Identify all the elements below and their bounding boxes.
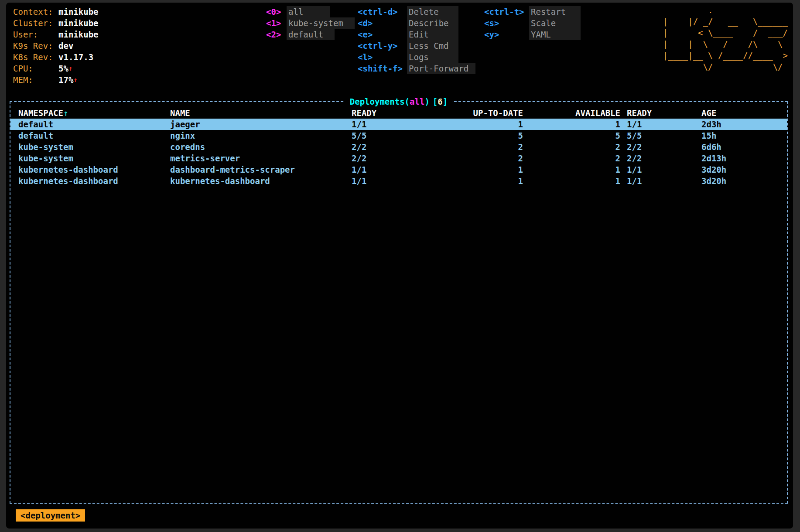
hotkey-edit[interactable]: <e>Edit: [358, 29, 475, 40]
cell-up-to-date: 2: [439, 153, 523, 164]
breadcrumb-deployment[interactable]: <deployment>: [16, 509, 85, 522]
hotkey-key: <e>: [358, 29, 407, 40]
hotkey-key: <ctrl-d>: [358, 6, 407, 17]
cell-ready-2: 2/2: [620, 153, 701, 164]
hotkey-label: Delete: [407, 6, 458, 17]
cell-age: 15h: [701, 130, 787, 141]
cell-available: 2: [523, 153, 620, 164]
info-label: Context:: [13, 6, 58, 17]
hotkey-key: <d>: [358, 17, 407, 29]
hotkey-label: Less Cmd: [407, 40, 458, 51]
info-value: dev: [58, 40, 73, 51]
table-row-nginx[interactable]: default nginx 5/5 5 5 5/5 15h: [10, 130, 787, 141]
cpu-up-arrow-icon: ↑: [68, 63, 72, 74]
info-label: User:: [13, 29, 58, 40]
info-value: 5%: [58, 63, 68, 74]
hotkey-key: <l>: [358, 51, 407, 63]
hotkey-key: <ctrl-y>: [358, 40, 407, 51]
namespace-hotkey-default[interactable]: <2>default: [266, 29, 355, 40]
info-context: Context:minikube: [13, 6, 99, 17]
info-label: Cluster:: [13, 17, 58, 29]
hotkey-delete[interactable]: <ctrl-d>Delete: [358, 6, 475, 17]
hotkey-yaml[interactable]: <y>YAML: [484, 29, 581, 40]
cell-ready: 2/2: [352, 141, 439, 153]
cell-available: 5: [523, 130, 620, 141]
cell-age: 2d3h: [701, 119, 787, 130]
cell-up-to-date: 1: [439, 175, 523, 187]
hotkey-label: Scale: [529, 17, 581, 29]
column-header-name[interactable]: NAME: [170, 107, 352, 119]
info-user: User:minikube: [13, 29, 99, 40]
hotkey-label: YAML: [529, 29, 581, 40]
table-row-kubernetes-dashboard[interactable]: kubernetes-dashboard kubernetes-dashboar…: [10, 175, 787, 187]
info-label: CPU:: [13, 63, 58, 74]
hotkey-less-cmd[interactable]: <ctrl-y>Less Cmd: [358, 40, 475, 51]
table-row-metrics-server[interactable]: kube-system metrics-server 2/2 2 2 2/2 2…: [10, 153, 787, 164]
cell-ready: 1/1: [352, 164, 439, 175]
hotkey-key: <1>: [266, 17, 287, 29]
namespace-hotkey-all[interactable]: <0>all: [266, 6, 355, 17]
hotkey-restart[interactable]: <ctrl-t>Restart: [484, 6, 581, 17]
cell-ready-2: 5/5: [620, 130, 701, 141]
hotkey-label: kube-system: [287, 17, 355, 29]
cell-name: nginx: [170, 130, 352, 141]
hotkey-describe[interactable]: <d>Describe: [358, 17, 475, 29]
hotkey-label: Logs: [407, 51, 458, 63]
column-header-available[interactable]: AVAILABLE: [523, 107, 620, 119]
cell-namespace: kube-system: [18, 153, 170, 164]
cell-name: metrics-server: [170, 153, 352, 164]
cell-available: 2: [523, 141, 620, 153]
hotkey-key: <ctrl-t>: [484, 6, 529, 17]
action-hotkey-menu-2: <ctrl-t>Restart <s>Scale <y>YAML: [484, 6, 581, 40]
cell-ready: 1/1: [352, 175, 439, 187]
cell-namespace: kube-system: [18, 141, 170, 153]
info-k9s-rev: K9s Rev:dev: [13, 40, 99, 51]
hotkey-key: <s>: [484, 17, 529, 29]
namespace-hotkey-kube-system[interactable]: <1>kube-system: [266, 17, 355, 29]
cell-age: 3d20h: [701, 164, 787, 175]
cluster-info-panel: Context:minikube Cluster:minikube User:m…: [13, 6, 99, 85]
cell-age: 6d6h: [701, 141, 787, 153]
column-header-ready-2[interactable]: READY: [620, 107, 701, 119]
cell-namespace: kubernetes-dashboard: [18, 175, 170, 187]
cell-ready-2: 1/1: [620, 119, 701, 130]
hotkey-label: all: [287, 6, 330, 17]
cell-age: 3d20h: [701, 175, 787, 187]
column-header-label: NAMESPACE: [18, 108, 63, 118]
info-value: v1.17.3: [58, 51, 93, 63]
info-cluster: Cluster:minikube: [13, 17, 99, 29]
info-label: MEM:: [13, 74, 58, 85]
column-header-namespace[interactable]: NAMESPACE↑: [18, 107, 170, 119]
hotkey-port-forward[interactable]: <shift-f>Port-Forward: [358, 63, 475, 74]
cell-up-to-date: 2: [439, 141, 523, 153]
action-hotkey-menu-1: <ctrl-d>Delete <d>Describe <e>Edit <ctrl…: [358, 6, 475, 74]
table-row-jaeger[interactable]: default jaeger 1/1 1 1 1/1 2d3h: [10, 119, 787, 130]
hotkey-label: Restart: [529, 6, 581, 17]
column-header-up-to-date[interactable]: UP-TO-DATE: [439, 107, 523, 119]
cell-ready-2: 1/1: [620, 164, 701, 175]
info-k8s-rev: K8s Rev:v1.17.3: [13, 51, 99, 63]
cell-available: 1: [523, 175, 620, 187]
table-row-dashboard-metrics-scraper[interactable]: kubernetes-dashboard dashboard-metrics-s…: [10, 164, 787, 175]
deployments-table: NAMESPACE↑ NAME READY UP-TO-DATE AVAILAB…: [10, 102, 787, 503]
column-header-age[interactable]: AGE: [701, 107, 787, 119]
table-row-coredns[interactable]: kube-system coredns 2/2 2 2 2/2 6d6h: [10, 141, 787, 153]
cell-name: coredns: [170, 141, 352, 153]
hotkey-label: default: [287, 29, 335, 40]
info-value: minikube: [58, 17, 99, 29]
cell-ready-2: 2/2: [620, 141, 701, 153]
cell-namespace: default: [18, 130, 170, 141]
hotkey-key: <2>: [266, 29, 287, 40]
hotkey-logs[interactable]: <l>Logs: [358, 51, 475, 63]
cell-ready: 2/2: [352, 153, 439, 164]
info-value: minikube: [58, 6, 99, 17]
cell-up-to-date: 1: [439, 164, 523, 175]
cell-namespace: kubernetes-dashboard: [18, 164, 170, 175]
cell-namespace: default: [18, 119, 170, 130]
column-header-ready[interactable]: READY: [352, 107, 439, 119]
hotkey-scale[interactable]: <s>Scale: [484, 17, 581, 29]
cell-name: dashboard-metrics-scraper: [170, 164, 352, 175]
terminal-window: Context:minikube Cluster:minikube User:m…: [6, 3, 793, 529]
table-header-row: NAMESPACE↑ NAME READY UP-TO-DATE AVAILAB…: [10, 107, 787, 119]
cell-ready: 1/1: [352, 119, 439, 130]
